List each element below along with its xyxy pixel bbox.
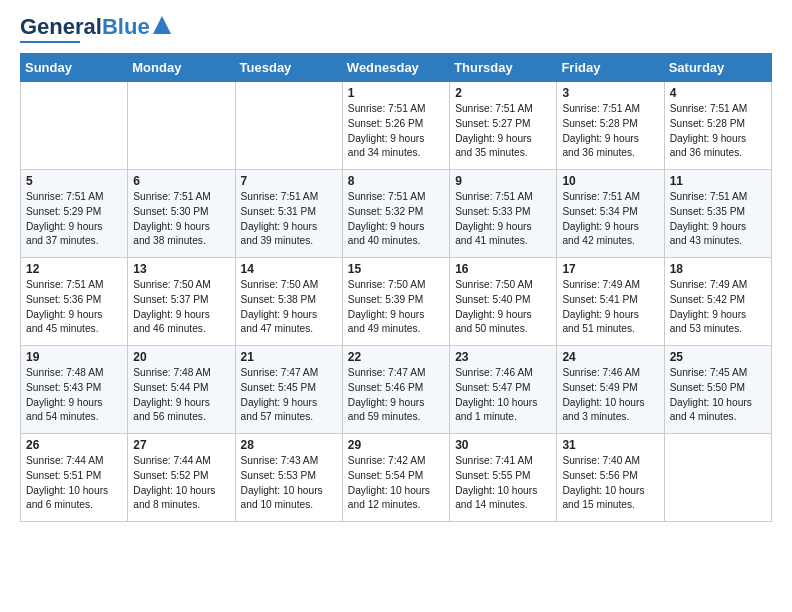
day-number: 21 (241, 350, 337, 364)
day-info: Sunrise: 7:41 AM Sunset: 5:55 PM Dayligh… (455, 454, 551, 513)
week-row-1: 1Sunrise: 7:51 AM Sunset: 5:26 PM Daylig… (21, 82, 772, 170)
day-number: 26 (26, 438, 122, 452)
weekday-friday: Friday (557, 54, 664, 82)
day-info: Sunrise: 7:51 AM Sunset: 5:36 PM Dayligh… (26, 278, 122, 337)
day-cell: 29Sunrise: 7:42 AM Sunset: 5:54 PM Dayli… (342, 434, 449, 522)
day-number: 11 (670, 174, 766, 188)
day-number: 30 (455, 438, 551, 452)
day-cell (21, 82, 128, 170)
weekday-monday: Monday (128, 54, 235, 82)
day-number: 15 (348, 262, 444, 276)
day-info: Sunrise: 7:44 AM Sunset: 5:52 PM Dayligh… (133, 454, 229, 513)
week-row-5: 26Sunrise: 7:44 AM Sunset: 5:51 PM Dayli… (21, 434, 772, 522)
day-info: Sunrise: 7:46 AM Sunset: 5:47 PM Dayligh… (455, 366, 551, 425)
day-number: 8 (348, 174, 444, 188)
day-cell: 19Sunrise: 7:48 AM Sunset: 5:43 PM Dayli… (21, 346, 128, 434)
day-info: Sunrise: 7:46 AM Sunset: 5:49 PM Dayligh… (562, 366, 658, 425)
day-cell: 7Sunrise: 7:51 AM Sunset: 5:31 PM Daylig… (235, 170, 342, 258)
week-row-2: 5Sunrise: 7:51 AM Sunset: 5:29 PM Daylig… (21, 170, 772, 258)
day-info: Sunrise: 7:51 AM Sunset: 5:26 PM Dayligh… (348, 102, 444, 161)
calendar-container: GeneralBlue SundayMondayTuesdayWednesday… (0, 0, 792, 538)
day-info: Sunrise: 7:44 AM Sunset: 5:51 PM Dayligh… (26, 454, 122, 513)
day-number: 28 (241, 438, 337, 452)
day-cell: 6Sunrise: 7:51 AM Sunset: 5:30 PM Daylig… (128, 170, 235, 258)
day-number: 2 (455, 86, 551, 100)
day-info: Sunrise: 7:50 AM Sunset: 5:39 PM Dayligh… (348, 278, 444, 337)
day-cell: 13Sunrise: 7:50 AM Sunset: 5:37 PM Dayli… (128, 258, 235, 346)
day-number: 7 (241, 174, 337, 188)
day-info: Sunrise: 7:51 AM Sunset: 5:28 PM Dayligh… (562, 102, 658, 161)
day-number: 3 (562, 86, 658, 100)
day-cell: 27Sunrise: 7:44 AM Sunset: 5:52 PM Dayli… (128, 434, 235, 522)
day-cell: 14Sunrise: 7:50 AM Sunset: 5:38 PM Dayli… (235, 258, 342, 346)
day-cell: 26Sunrise: 7:44 AM Sunset: 5:51 PM Dayli… (21, 434, 128, 522)
day-cell: 22Sunrise: 7:47 AM Sunset: 5:46 PM Dayli… (342, 346, 449, 434)
day-cell: 23Sunrise: 7:46 AM Sunset: 5:47 PM Dayli… (450, 346, 557, 434)
day-info: Sunrise: 7:51 AM Sunset: 5:28 PM Dayligh… (670, 102, 766, 161)
day-info: Sunrise: 7:50 AM Sunset: 5:38 PM Dayligh… (241, 278, 337, 337)
day-info: Sunrise: 7:50 AM Sunset: 5:40 PM Dayligh… (455, 278, 551, 337)
day-cell: 15Sunrise: 7:50 AM Sunset: 5:39 PM Dayli… (342, 258, 449, 346)
day-cell: 4Sunrise: 7:51 AM Sunset: 5:28 PM Daylig… (664, 82, 771, 170)
day-info: Sunrise: 7:51 AM Sunset: 5:31 PM Dayligh… (241, 190, 337, 249)
day-info: Sunrise: 7:45 AM Sunset: 5:50 PM Dayligh… (670, 366, 766, 425)
day-number: 24 (562, 350, 658, 364)
day-cell: 8Sunrise: 7:51 AM Sunset: 5:32 PM Daylig… (342, 170, 449, 258)
calendar-table: SundayMondayTuesdayWednesdayThursdayFrid… (20, 53, 772, 522)
day-info: Sunrise: 7:51 AM Sunset: 5:30 PM Dayligh… (133, 190, 229, 249)
day-number: 31 (562, 438, 658, 452)
day-cell: 25Sunrise: 7:45 AM Sunset: 5:50 PM Dayli… (664, 346, 771, 434)
day-cell (128, 82, 235, 170)
week-row-4: 19Sunrise: 7:48 AM Sunset: 5:43 PM Dayli… (21, 346, 772, 434)
weekday-thursday: Thursday (450, 54, 557, 82)
day-info: Sunrise: 7:42 AM Sunset: 5:54 PM Dayligh… (348, 454, 444, 513)
day-cell (235, 82, 342, 170)
day-info: Sunrise: 7:51 AM Sunset: 5:29 PM Dayligh… (26, 190, 122, 249)
day-cell: 18Sunrise: 7:49 AM Sunset: 5:42 PM Dayli… (664, 258, 771, 346)
day-info: Sunrise: 7:48 AM Sunset: 5:44 PM Dayligh… (133, 366, 229, 425)
day-info: Sunrise: 7:51 AM Sunset: 5:27 PM Dayligh… (455, 102, 551, 161)
day-info: Sunrise: 7:50 AM Sunset: 5:37 PM Dayligh… (133, 278, 229, 337)
day-cell: 1Sunrise: 7:51 AM Sunset: 5:26 PM Daylig… (342, 82, 449, 170)
day-cell: 30Sunrise: 7:41 AM Sunset: 5:55 PM Dayli… (450, 434, 557, 522)
day-cell: 5Sunrise: 7:51 AM Sunset: 5:29 PM Daylig… (21, 170, 128, 258)
day-number: 13 (133, 262, 229, 276)
weekday-wednesday: Wednesday (342, 54, 449, 82)
day-cell: 16Sunrise: 7:50 AM Sunset: 5:40 PM Dayli… (450, 258, 557, 346)
weekday-header-row: SundayMondayTuesdayWednesdayThursdayFrid… (21, 54, 772, 82)
day-info: Sunrise: 7:40 AM Sunset: 5:56 PM Dayligh… (562, 454, 658, 513)
day-number: 27 (133, 438, 229, 452)
day-number: 5 (26, 174, 122, 188)
day-info: Sunrise: 7:51 AM Sunset: 5:34 PM Dayligh… (562, 190, 658, 249)
day-info: Sunrise: 7:49 AM Sunset: 5:42 PM Dayligh… (670, 278, 766, 337)
day-cell: 17Sunrise: 7:49 AM Sunset: 5:41 PM Dayli… (557, 258, 664, 346)
day-cell: 9Sunrise: 7:51 AM Sunset: 5:33 PM Daylig… (450, 170, 557, 258)
logo: GeneralBlue (20, 16, 171, 43)
day-number: 22 (348, 350, 444, 364)
day-info: Sunrise: 7:51 AM Sunset: 5:35 PM Dayligh… (670, 190, 766, 249)
day-number: 16 (455, 262, 551, 276)
day-number: 6 (133, 174, 229, 188)
day-info: Sunrise: 7:47 AM Sunset: 5:45 PM Dayligh… (241, 366, 337, 425)
day-number: 18 (670, 262, 766, 276)
day-info: Sunrise: 7:47 AM Sunset: 5:46 PM Dayligh… (348, 366, 444, 425)
day-number: 19 (26, 350, 122, 364)
day-number: 25 (670, 350, 766, 364)
day-info: Sunrise: 7:51 AM Sunset: 5:32 PM Dayligh… (348, 190, 444, 249)
week-row-3: 12Sunrise: 7:51 AM Sunset: 5:36 PM Dayli… (21, 258, 772, 346)
header: GeneralBlue (20, 16, 772, 43)
day-info: Sunrise: 7:49 AM Sunset: 5:41 PM Dayligh… (562, 278, 658, 337)
day-number: 1 (348, 86, 444, 100)
weekday-sunday: Sunday (21, 54, 128, 82)
weekday-saturday: Saturday (664, 54, 771, 82)
day-info: Sunrise: 7:51 AM Sunset: 5:33 PM Dayligh… (455, 190, 551, 249)
day-number: 14 (241, 262, 337, 276)
day-cell: 24Sunrise: 7:46 AM Sunset: 5:49 PM Dayli… (557, 346, 664, 434)
logo-blue-text: Blue (102, 14, 150, 39)
day-cell (664, 434, 771, 522)
day-cell: 3Sunrise: 7:51 AM Sunset: 5:28 PM Daylig… (557, 82, 664, 170)
day-number: 17 (562, 262, 658, 276)
day-cell: 21Sunrise: 7:47 AM Sunset: 5:45 PM Dayli… (235, 346, 342, 434)
logo-icon (153, 16, 171, 38)
day-number: 29 (348, 438, 444, 452)
